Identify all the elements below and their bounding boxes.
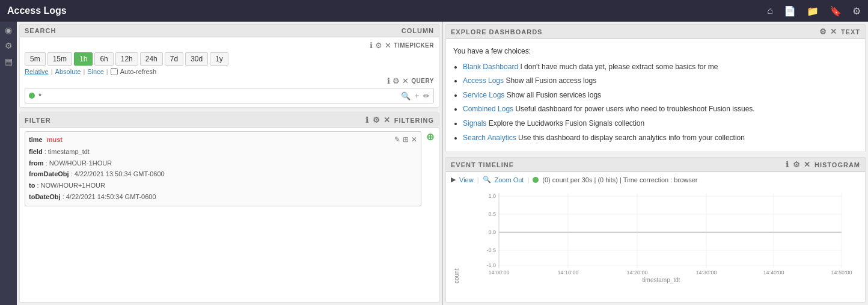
settings-icon-timepicker[interactable]: ⚙: [375, 41, 382, 50]
search-icon[interactable]: 🔍: [401, 91, 411, 100]
toggle-filter-icon[interactable]: ⊞: [403, 135, 409, 144]
query-input-row: 🔍 ＋ ✏: [25, 88, 434, 103]
filter-header-right: ℹ ⚙ ✕ FILTERING: [365, 116, 434, 125]
filter-panel: FILTER ℹ ⚙ ✕ FILTERING: [19, 112, 439, 303]
search-header-left: SEARCH: [25, 27, 56, 34]
explore-link-combined[interactable]: Combined Logs: [463, 105, 513, 113]
explore-link-service[interactable]: Service Logs: [463, 91, 504, 99]
column-label: COLUMN: [402, 27, 434, 34]
svg-text:14:50:00: 14:50:00: [831, 270, 852, 276]
list-item: Combined Logs Useful dashboard for power…: [463, 103, 858, 116]
view-link[interactable]: View: [459, 176, 474, 183]
timeline-body: ▶ View | 🔍 Zoom Out | (0) count per 30s …: [446, 172, 865, 287]
explore-text-blank: I don't have much data yet, please extra…: [520, 63, 718, 71]
search-panel-header: SEARCH COLUMN: [20, 25, 439, 37]
edit-filter-icon[interactable]: ✎: [394, 135, 400, 144]
top-bar-icons: ⌂ 📄 📁 🔖 ⚙: [767, 5, 861, 17]
filter-panel-title: FILTER: [25, 117, 51, 124]
close-icon-timeline[interactable]: ✕: [804, 160, 811, 169]
query-input-wrap: 🔍 ＋ ✏: [25, 88, 434, 103]
time-btn-5m[interactable]: 5m: [25, 52, 46, 66]
filter-tag-row: time must: [29, 136, 63, 143]
sidebar: ◉ ⚙ ▤: [0, 22, 17, 305]
explore-text-access: Show all Fusion access logs: [506, 76, 596, 85]
timeline-chart: 1.0 0.5 0.0 -0.5 -1.0 14:00:00 14:10:00: [462, 187, 860, 277]
svg-text:-0.5: -0.5: [486, 247, 496, 253]
query-actions: 🔍 ＋ ✏: [401, 90, 430, 101]
time-btn-15m[interactable]: 15m: [47, 52, 72, 66]
filter-must-label: must: [47, 136, 63, 143]
home-icon[interactable]: ⌂: [767, 5, 773, 16]
filter-detail: field : timestamp_tdt from : NOW/HOUR-1H…: [29, 146, 417, 202]
zoom-out-link[interactable]: Zoom Out: [495, 176, 524, 183]
search-panel: SEARCH COLUMN ℹ ⚙ ✕ TIMEPICKER: [19, 24, 439, 108]
explore-link-analytics[interactable]: Search Analytics: [463, 134, 516, 142]
settings-icon-query[interactable]: ⚙: [393, 76, 400, 85]
time-btn-12h[interactable]: 12h: [115, 52, 138, 66]
svg-text:1.0: 1.0: [488, 193, 496, 199]
timeline-header-icons: ℹ ⚙ ✕ HISTOGRAM: [786, 160, 860, 169]
time-btn-7d[interactable]: 7d: [165, 52, 183, 66]
info-icon-timeline[interactable]: ℹ: [786, 160, 789, 169]
settings-icon[interactable]: ⚙: [852, 5, 861, 17]
histogram-label: HISTOGRAM: [815, 161, 860, 168]
close-icon-explore[interactable]: ✕: [830, 27, 837, 36]
sidebar-gear-icon[interactable]: ⚙: [5, 41, 13, 51]
sidebar-circle-icon[interactable]: ◉: [5, 25, 12, 35]
settings-icon-explore[interactable]: ⚙: [819, 27, 827, 36]
settings-icon-filter[interactable]: ⚙: [373, 116, 381, 125]
timepicker-row: ℹ ⚙ ✕ TIMEPICKER: [25, 41, 434, 50]
time-btn-1h[interactable]: 1h: [74, 52, 93, 66]
time-btn-6h[interactable]: 6h: [94, 52, 113, 66]
since-link[interactable]: Since: [87, 68, 104, 75]
query-label: QUERY: [411, 78, 434, 84]
filter-card-header: time must ✎ ⊞ ✕: [29, 135, 417, 144]
close-icon-timepicker[interactable]: ✕: [385, 41, 391, 50]
svg-text:0.0: 0.0: [488, 229, 496, 235]
query-row-header: ℹ ⚙ ✕ QUERY: [25, 76, 434, 85]
main-content: SEARCH COLUMN ℹ ⚙ ✕ TIMEPICKER: [17, 22, 868, 305]
search-panel-title: SEARCH: [25, 27, 56, 34]
absolute-link[interactable]: Absolute: [55, 68, 81, 75]
settings-icon-timeline[interactable]: ⚙: [793, 160, 801, 169]
sidebar-layers-icon[interactable]: ▤: [5, 57, 13, 66]
right-panels: EXPLORE DASHBOARDS ⚙ ✕ TEXT You have a f…: [443, 22, 868, 305]
add-query-icon[interactable]: ＋: [413, 90, 421, 101]
panels: SEARCH COLUMN ℹ ⚙ ✕ TIMEPICKER: [17, 22, 868, 305]
time-btn-30d[interactable]: 30d: [185, 52, 208, 66]
filter-card: time must ✎ ⊞ ✕: [25, 131, 421, 206]
timepicker-label: TIMEPICKER: [394, 42, 434, 49]
timeline-panel-title: EVENT TIMELINE: [451, 161, 514, 168]
info-icon-filter[interactable]: ℹ: [365, 116, 369, 125]
close-icon-query[interactable]: ✕: [402, 76, 409, 85]
info-icon-timepicker[interactable]: ℹ: [370, 41, 373, 50]
svg-text:0.5: 0.5: [488, 211, 496, 217]
file-icon[interactable]: 📄: [784, 5, 796, 17]
query-input[interactable]: [38, 91, 401, 100]
edit-query-icon[interactable]: ✏: [423, 91, 430, 100]
relative-link[interactable]: Relative: [25, 68, 49, 75]
folder-icon[interactable]: 📁: [807, 5, 819, 17]
auto-refresh-checkbox[interactable]: [111, 68, 118, 75]
zoom-out-icon: 🔍: [483, 176, 491, 183]
info-icon-query[interactable]: ℹ: [387, 76, 390, 85]
explore-link-access[interactable]: Access Logs: [463, 76, 504, 85]
explore-panel-title: EXPLORE DASHBOARDS: [451, 28, 542, 35]
time-btn-24h[interactable]: 24h: [140, 52, 163, 66]
list-item: Service Logs Show all Fusion services lo…: [463, 89, 858, 102]
close-icon-filter[interactable]: ✕: [384, 116, 391, 125]
explore-link-blank[interactable]: Blank Dashboard: [463, 63, 518, 71]
add-filter-button[interactable]: ⊕: [426, 131, 434, 143]
right-column: EXPLORE DASHBOARDS ⚙ ✕ TEXT You have a f…: [443, 22, 868, 305]
explore-intro: You have a few choices:: [453, 45, 858, 58]
explore-text-signals: Explore the Lucidworks Fusion Signals co…: [489, 119, 644, 128]
list-item: Signals Explore the Lucidworks Fusion Si…: [463, 117, 858, 131]
svg-text:14:30:00: 14:30:00: [695, 270, 717, 276]
time-btn-1y[interactable]: 1y: [210, 52, 228, 66]
delete-filter-icon[interactable]: ✕: [411, 135, 417, 144]
filter-header-left: FILTER: [25, 117, 51, 124]
explore-link-signals[interactable]: Signals: [463, 119, 486, 128]
explore-panel-header: EXPLORE DASHBOARDS ⚙ ✕ TEXT: [446, 25, 865, 39]
list-item: Search Analytics Use this dashboard to d…: [463, 132, 858, 145]
bookmark-icon[interactable]: 🔖: [830, 5, 842, 17]
